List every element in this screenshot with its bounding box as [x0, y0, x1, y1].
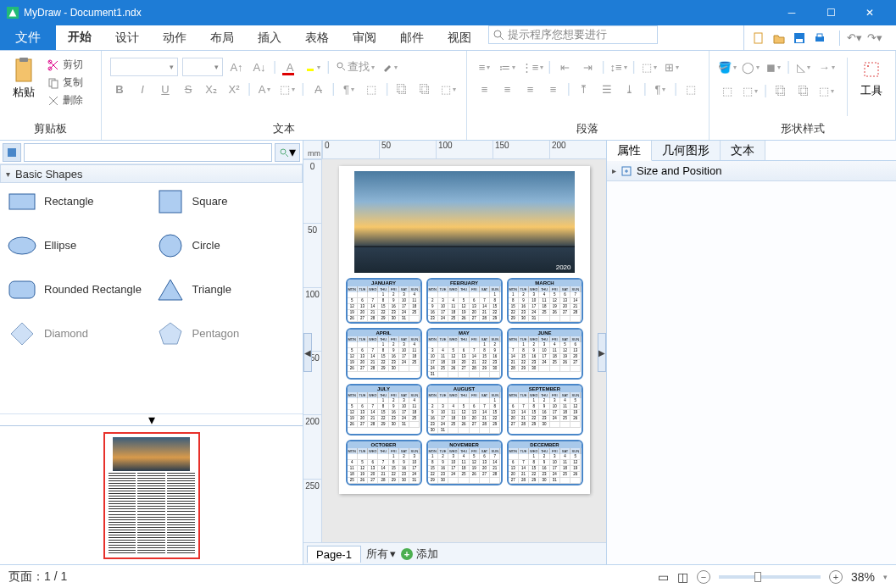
shadow-button[interactable]: ◼: [764, 58, 782, 76]
shape-search-button[interactable]: ▾: [275, 143, 300, 162]
para-border-button[interactable]: ⊞: [663, 58, 682, 76]
open-icon[interactable]: [771, 31, 787, 46]
indent-button[interactable]: ⇥: [578, 58, 597, 76]
zoom-level[interactable]: 38%: [851, 570, 875, 584]
tell-me-search[interactable]: 提示程序您想要进行: [488, 25, 658, 44]
print-icon[interactable]: [812, 31, 827, 46]
rp-tab-text[interactable]: 文本: [721, 141, 765, 160]
style-presets-button[interactable]: ⬚: [439, 80, 458, 98]
page-thumbnail[interactable]: [103, 432, 200, 559]
shape-category-header[interactable]: Basic Shapes: [0, 164, 303, 183]
theme-button[interactable]: ⬚: [741, 81, 760, 100]
linespacing-button[interactable]: ↕≡: [609, 58, 628, 76]
copy-style-button[interactable]: ⿻: [393, 80, 412, 98]
copy-button[interactable]: 复制: [47, 75, 83, 90]
library-icon[interactable]: [3, 143, 21, 162]
clear-format-button[interactable]: A̶: [309, 80, 327, 98]
redo-icon[interactable]: ↷▾: [867, 31, 882, 46]
tab-design[interactable]: 设计: [103, 25, 151, 50]
tab-view[interactable]: 视图: [436, 25, 483, 50]
add-page-button[interactable]: +添加: [401, 546, 438, 562]
zoom-out-button[interactable]: −: [697, 570, 710, 584]
align-right-button[interactable]: ≡: [521, 80, 540, 98]
outline-button[interactable]: ◯: [741, 58, 760, 76]
align-center-button[interactable]: ≡: [498, 80, 517, 98]
paste-style-button[interactable]: ⿻: [416, 80, 435, 98]
shape-item-triangle[interactable]: Triangle: [155, 278, 297, 302]
tab-insert[interactable]: 插入: [246, 25, 293, 50]
tab-layout[interactable]: 布局: [198, 25, 246, 50]
italic-button[interactable]: I: [133, 80, 152, 98]
fit-page-icon[interactable]: ◫: [677, 570, 688, 584]
rp-section-size-position[interactable]: Size and Position: [607, 161, 896, 181]
align-justify-button[interactable]: ≡: [544, 80, 563, 98]
page-all-dropdown[interactable]: 所有 ▾: [366, 546, 396, 562]
bullet-list-button[interactable]: ≡: [476, 58, 494, 76]
tab-file[interactable]: 文件: [0, 25, 56, 50]
highlight-button[interactable]: [303, 58, 322, 76]
copy-shapestyle-button[interactable]: ⿻: [771, 81, 790, 100]
valign-top-button[interactable]: ⤒: [575, 80, 593, 98]
font-color-button[interactable]: A: [281, 58, 299, 76]
paragraph-marks-button[interactable]: ¶: [651, 80, 670, 98]
fill-button[interactable]: 🪣: [718, 58, 737, 76]
superscript-button[interactable]: X²: [225, 80, 243, 98]
bold-button[interactable]: B: [110, 80, 129, 98]
number-list-button[interactable]: ≔: [498, 58, 517, 76]
underline-button[interactable]: U: [156, 80, 175, 98]
shapestyle-presets-button[interactable]: ⬚: [817, 81, 836, 100]
char-style-button[interactable]: ⬚: [362, 80, 381, 98]
tab-review[interactable]: 审阅: [341, 25, 388, 50]
font-family-combo[interactable]: [110, 58, 178, 76]
zoom-in-button[interactable]: +: [829, 570, 843, 584]
format-painter-button[interactable]: [381, 58, 399, 76]
maximize-button[interactable]: ☐: [811, 0, 850, 25]
tab-table[interactable]: 表格: [293, 25, 341, 50]
outdent-button[interactable]: ⇤: [555, 58, 574, 76]
cut-button[interactable]: 剪切: [47, 58, 83, 72]
strike-button[interactable]: S: [179, 80, 198, 98]
fit-width-icon[interactable]: ▭: [658, 570, 669, 584]
shape-pager[interactable]: ▾: [0, 413, 303, 425]
shape-item-ellipse[interactable]: Ellipse: [7, 234, 148, 258]
page-tab-1[interactable]: Page-1: [307, 546, 361, 563]
tools-button[interactable]: 工具: [854, 54, 888, 119]
rp-tab-geometry[interactable]: 几何图形: [652, 141, 721, 160]
subscript-button[interactable]: X₂: [202, 80, 220, 98]
page[interactable]: 2020 JANUARYMONTUEWEDTHUFRISATSUN1234567…: [339, 166, 590, 494]
collapse-left-handle[interactable]: ◀: [303, 333, 312, 372]
shape-search-input[interactable]: [24, 143, 272, 162]
delete-button[interactable]: 删除: [47, 93, 83, 108]
tab-mail[interactable]: 邮件: [388, 25, 436, 50]
collapse-right-handle[interactable]: ▶: [598, 333, 606, 372]
tab-action[interactable]: 动作: [151, 25, 198, 50]
valign-bottom-button[interactable]: ⤓: [621, 80, 639, 98]
multilevel-list-button[interactable]: ⋮≡: [521, 58, 544, 76]
tab-begin[interactable]: 开始: [56, 25, 103, 50]
textstyle-button[interactable]: ⬚: [278, 80, 297, 98]
zoom-slider[interactable]: [719, 575, 821, 579]
paste-shapestyle-button[interactable]: ⿻: [794, 81, 813, 100]
para-style-button[interactable]: ⬚: [682, 80, 700, 98]
textcase-button[interactable]: A: [255, 80, 274, 98]
shape-item-square[interactable]: Square: [155, 190, 297, 214]
paste-button[interactable]: 粘贴: [7, 54, 41, 119]
corners-button[interactable]: ◺: [794, 58, 813, 76]
para-shading-button[interactable]: ⬚: [640, 58, 659, 76]
shrink-font-button[interactable]: A↓: [250, 58, 269, 76]
undo-icon[interactable]: ↶▾: [847, 31, 862, 46]
font-size-combo[interactable]: [182, 58, 223, 76]
save-icon[interactable]: [792, 31, 807, 46]
rp-tab-properties[interactable]: 属性: [607, 141, 652, 161]
shape-item-rectangle[interactable]: Rectangle: [7, 190, 148, 214]
new-icon[interactable]: [751, 31, 766, 46]
find-button[interactable]: 查找: [334, 58, 376, 76]
align-left-button[interactable]: ≡: [476, 80, 494, 98]
minimize-button[interactable]: ─: [772, 0, 811, 25]
grow-font-button[interactable]: A↑: [227, 58, 246, 76]
lineend-button[interactable]: →: [817, 58, 836, 76]
valign-mid-button[interactable]: ☰: [598, 80, 616, 98]
close-button[interactable]: ✕: [850, 0, 889, 25]
geometry-button[interactable]: ⬚: [718, 81, 737, 100]
shape-item-roundrect[interactable]: Rounded Rectangle: [7, 278, 148, 302]
